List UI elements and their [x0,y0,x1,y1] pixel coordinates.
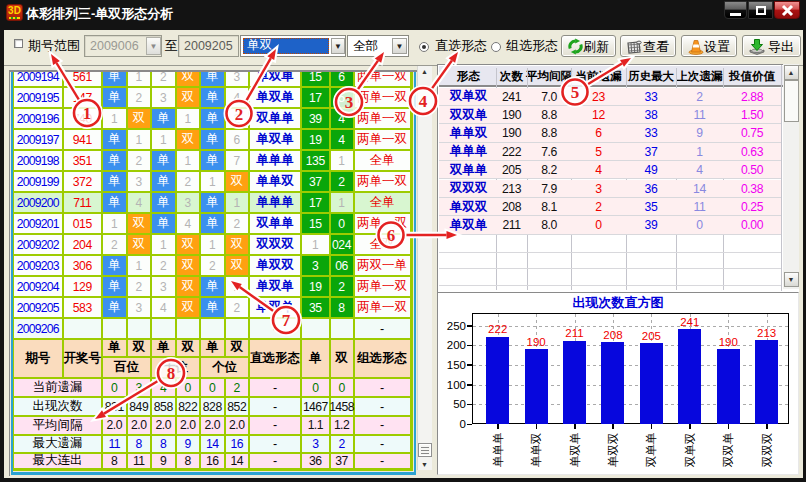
svg-text:4: 4 [419,92,428,111]
svg-text:3: 3 [345,93,354,112]
svg-text:7: 7 [282,311,291,330]
svg-text:2: 2 [235,105,244,124]
svg-text:1: 1 [83,104,92,123]
svg-text:8: 8 [167,364,176,383]
svg-text:6: 6 [387,226,396,245]
svg-text:5: 5 [571,83,580,102]
